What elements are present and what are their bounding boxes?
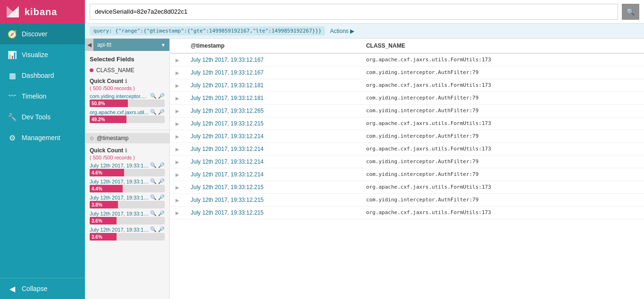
timestamp-field-item[interactable]: ⊙ @timestamp xyxy=(85,133,169,143)
col-expand xyxy=(170,39,185,53)
bar-item-1: org.apache.cxf.jaxrs.util... 🔍 🔎 49.2% xyxy=(90,109,165,123)
expand-btn-9[interactable]: ▶ xyxy=(176,172,179,177)
sidebar-item-devtools[interactable]: 🔧 Dev Tools xyxy=(0,107,85,127)
bar-magnify-icon-0[interactable]: 🔍 xyxy=(150,93,157,99)
ts-bar-minus-4[interactable]: 🔎 xyxy=(158,226,165,233)
visualize-icon: 📊 xyxy=(8,50,17,59)
expand-btn-11[interactable]: ▶ xyxy=(176,198,179,203)
ts-bar-minus-3[interactable]: 🔎 xyxy=(158,210,165,216)
bar-track-1: 49.2% xyxy=(90,116,165,123)
ts-bar-item-4: July 12th 2017, 19:33:12.... 🔍 🔎 3.6% xyxy=(90,226,165,241)
bar-minus-icon-0[interactable]: 🔎 xyxy=(158,93,165,99)
classname-cell-2: org.apache.cxf.jaxrs.utils.FormUtils:173 xyxy=(360,79,644,92)
field-classname-label: CLASS_NAME xyxy=(96,67,134,74)
classname-cell-8: com.yiding.interceptor.AuthFilter:79 xyxy=(360,156,644,168)
sidebar-item-management-label: Management xyxy=(22,134,60,141)
expand-btn-8[interactable]: ▶ xyxy=(176,159,179,165)
expand-cell-1[interactable]: ▶ xyxy=(170,66,185,79)
ts-bar-magnify-2[interactable]: 🔍 xyxy=(150,194,157,200)
ts-bar-minus-2[interactable]: 🔎 xyxy=(158,194,165,200)
expand-btn-2[interactable]: ▶ xyxy=(176,83,179,88)
expand-cell-3[interactable]: ▶ xyxy=(170,92,185,105)
index-selector-value: api-ttt xyxy=(97,42,111,48)
quick-count-timestamp-records: ( 500 /500 records ) xyxy=(90,155,165,160)
expand-cell-7[interactable]: ▶ xyxy=(170,143,185,156)
expand-btn-12[interactable]: ▶ xyxy=(176,210,179,216)
ts-bar-item-2: July 12th 2017, 19:33:12.... 🔍 🔎 3.8% xyxy=(90,194,165,208)
col-timestamp[interactable]: @timestamp xyxy=(185,39,360,53)
table-header: @timestamp CLASS_NAME xyxy=(170,39,644,53)
logo-area: kibana xyxy=(0,0,85,24)
expand-cell-6[interactable]: ▶ xyxy=(170,130,185,143)
timestamp-cell-10: July 12th 2017, 19:33:12.215 xyxy=(185,181,360,194)
ts-bar-magnify-4[interactable]: 🔍 xyxy=(150,226,157,233)
panel-collapse-button[interactable]: ◀ xyxy=(85,39,93,51)
expand-btn-7[interactable]: ▶ xyxy=(176,147,179,152)
ts-bar-minus-1[interactable]: 🔎 xyxy=(158,178,165,184)
expand-btn-4[interactable]: ▶ xyxy=(176,108,179,114)
classname-cell-11: com.yiding.interceptor.AuthFilter:79 xyxy=(360,194,644,207)
query-bar: query: {"range":{"@timestamp":{"gte":149… xyxy=(85,24,644,39)
sidebar-item-discover[interactable]: 🧭 Discover xyxy=(0,24,85,44)
expand-btn-3[interactable]: ▶ xyxy=(176,96,179,101)
ts-bar-magnify-3[interactable]: 🔍 xyxy=(150,210,157,216)
sidebar-item-visualize[interactable]: 📊 Visualize xyxy=(0,44,85,65)
expand-cell-2[interactable]: ▶ xyxy=(170,79,185,92)
expand-cell-11[interactable]: ▶ xyxy=(170,194,185,207)
expand-cell-5[interactable]: ▶ xyxy=(170,117,185,130)
sidebar-item-dashboard[interactable]: ▦ Dashboard xyxy=(0,65,85,86)
table-row: ▶ July 12th 2017, 19:33:12.214 com.yidin… xyxy=(170,130,644,143)
bar-fill-1: 49.2% xyxy=(90,116,126,123)
ts-bar-magnify-1[interactable]: 🔍 xyxy=(150,178,157,184)
table-row: ▶ July 12th 2017, 19:33:12.214 org.apach… xyxy=(170,143,644,156)
bar-minus-icon-1[interactable]: 🔎 xyxy=(158,109,165,115)
index-selector[interactable]: api-ttt ▼ xyxy=(93,39,169,51)
expand-cell-9[interactable]: ▶ xyxy=(170,168,185,181)
table-row: ▶ July 12th 2017, 19:33:12.265 com.yidin… xyxy=(170,105,644,117)
bar-magnify-icon-1[interactable]: 🔍 xyxy=(150,109,157,115)
table-row: ▶ July 12th 2017, 19:33:12.215 org.apach… xyxy=(170,207,644,219)
sidebar-item-devtools-label: Dev Tools xyxy=(22,113,50,121)
bar-label-0: com.yiding.interceptor.... 🔍 🔎 xyxy=(90,93,165,99)
sidebar-item-collapse[interactable]: ◀ Collapse xyxy=(0,278,85,299)
search-input[interactable] xyxy=(90,4,618,20)
content-area: ◀ api-ttt ▼ Selected Fields CLASS_NAME Q… xyxy=(85,39,644,299)
sidebar-item-dashboard-label: Dashboard xyxy=(22,72,54,79)
expand-cell-10[interactable]: ▶ xyxy=(170,181,185,194)
expand-cell-0[interactable]: ▶ xyxy=(170,53,185,66)
timestamp-cell-4: July 12th 2017, 19:33:12.265 xyxy=(185,105,360,117)
query-text: query: {"range":{"@timestamp":{"gte":149… xyxy=(90,26,325,35)
bar-fill-0: 50.8% xyxy=(90,100,128,107)
actions-button[interactable]: Actions ▶ xyxy=(330,28,354,34)
selected-field-classname[interactable]: CLASS_NAME xyxy=(85,66,169,75)
expand-btn-10[interactable]: ▶ xyxy=(176,185,179,190)
sidebar-item-timelion[interactable]: 〰 Timelion xyxy=(0,86,85,107)
bar-text-0: com.yiding.interceptor.... xyxy=(90,93,146,99)
classname-cell-1: com.yiding.interceptor.AuthFilter:79 xyxy=(360,66,644,79)
sidebar-item-timelion-label: Timelion xyxy=(22,92,46,100)
field-dot-classname xyxy=(90,68,93,72)
timelion-icon: 〰 xyxy=(8,91,17,101)
table-row: ▶ July 12th 2017, 19:33:12.215 org.apach… xyxy=(170,181,644,194)
expand-cell-12[interactable]: ▶ xyxy=(170,207,185,219)
expand-btn-5[interactable]: ▶ xyxy=(176,121,179,126)
bar-track-0: 50.8% xyxy=(90,100,165,107)
classname-cell-7: org.apache.cxf.jaxrs.utils.FormUtils:173 xyxy=(360,143,644,156)
sidebar-bottom: ◀ Collapse xyxy=(0,278,85,299)
search-button[interactable]: 🔍 xyxy=(622,4,639,20)
expand-btn-1[interactable]: ▶ xyxy=(176,70,179,75)
timestamp-cell-5: July 12th 2017, 19:33:12.215 xyxy=(185,117,360,130)
ts-bar-magnify-0[interactable]: 🔍 xyxy=(150,162,157,168)
expand-cell-8[interactable]: ▶ xyxy=(170,156,185,168)
expand-btn-0[interactable]: ▶ xyxy=(176,58,179,63)
ts-bar-text-2: July 12th 2017, 19:33:12.... xyxy=(90,195,150,200)
quick-count-classname-records: ( 500 /500 records ) xyxy=(90,85,165,91)
col-classname[interactable]: CLASS_NAME xyxy=(360,39,644,53)
expand-btn-6[interactable]: ▶ xyxy=(176,134,179,139)
table-row: ▶ July 12th 2017, 19:33:12.167 org.apach… xyxy=(170,53,644,66)
ts-bar-minus-0[interactable]: 🔎 xyxy=(158,162,165,168)
table-row: ▶ July 12th 2017, 19:33:12.215 org.apach… xyxy=(170,117,644,130)
expand-cell-4[interactable]: ▶ xyxy=(170,105,185,117)
sidebar-item-management[interactable]: ⚙ Management xyxy=(0,127,85,148)
ts-bar-text-0: July 12th 2017, 19:33:12.... xyxy=(90,163,150,168)
